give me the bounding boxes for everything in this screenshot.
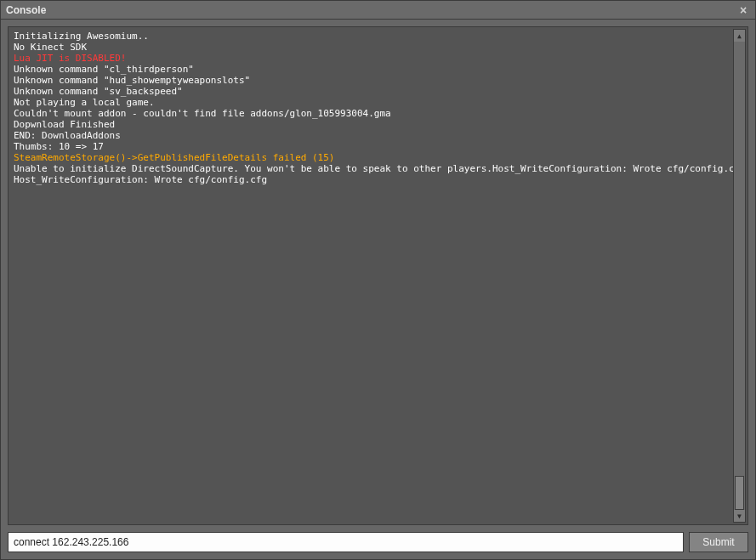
input-row: Submit [1,529,755,559]
console-output: Initializing Awesomium..No Kinect SDKLua… [8,26,748,525]
log-line: Thumbs: 10 => 17 [14,141,732,152]
log-line: Unable to initialize DirectSoundCapture.… [14,163,732,174]
log-container: Initializing Awesomium..No Kinect SDKLua… [14,31,732,185]
log-line: No Kinect SDK [14,42,732,53]
console-window: Console × Initializing Awesomium..No Kin… [0,0,756,560]
close-icon[interactable]: × [736,3,750,17]
log-line: SteamRemoteStorage()->GetPublishedFileDe… [14,152,732,163]
scroll-thumb[interactable] [735,476,744,510]
scrollbar[interactable]: ▲ ▼ [733,29,746,523]
scroll-track[interactable] [734,42,745,510]
log-line: Not playing a local game. [14,97,732,108]
command-input[interactable] [8,532,684,552]
log-line: Unknown command "sv_backspeed" [14,86,732,97]
scroll-down-icon[interactable]: ▼ [734,510,745,522]
log-line: END: DownloadAddons [14,130,732,141]
window-title: Console [6,4,46,16]
log-line: Initializing Awesomium.. [14,31,732,42]
log-line: Host_WriteConfiguration: Wrote cfg/confi… [14,174,732,185]
log-line: Dopwnload Finished [14,119,732,130]
log-line: Unknown command "cl_thirdperson" [14,64,732,75]
log-line: Lua JIT is DISABLED! [14,53,732,64]
submit-button[interactable]: Submit [689,532,748,552]
scroll-up-icon[interactable]: ▲ [734,30,745,42]
log-line: Couldn't mount addon - couldn't find fil… [14,108,732,119]
titlebar: Console × [1,1,755,20]
log-line: Unknown command "hud_showemptyweaponslot… [14,75,732,86]
